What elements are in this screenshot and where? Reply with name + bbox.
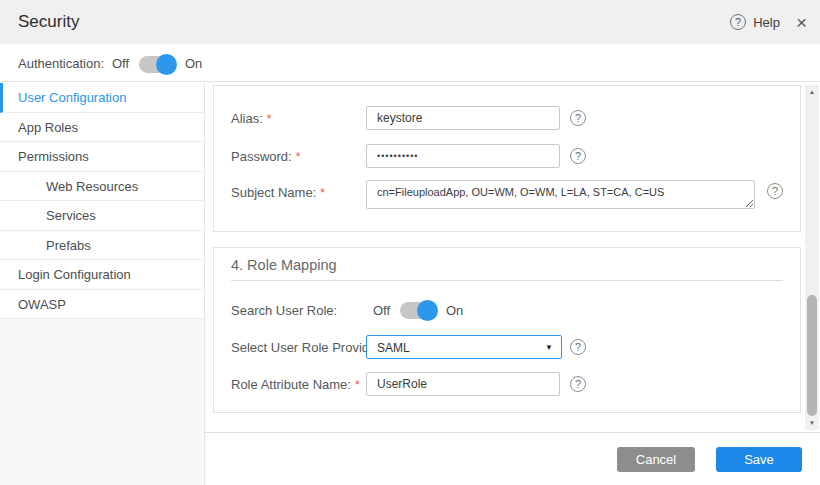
section-divider — [231, 280, 783, 281]
role-attribute-help-icon[interactable]: ? — [570, 376, 586, 392]
toggle-knob — [417, 300, 438, 321]
sidebar-item-prefabs[interactable]: Prefabs — [0, 231, 204, 261]
alias-help-icon[interactable]: ? — [570, 110, 586, 126]
cancel-button[interactable]: Cancel — [617, 447, 695, 472]
header-actions: ? Help × — [730, 0, 807, 44]
role-attribute-input[interactable] — [366, 372, 560, 396]
search-role-off-label: Off — [373, 303, 390, 318]
chevron-down-icon: ▼ — [545, 343, 553, 352]
sidebar-item-services[interactable]: Services — [0, 201, 204, 231]
subject-name-help-icon[interactable]: ? — [767, 183, 783, 199]
scrollbar-thumb[interactable] — [807, 295, 817, 416]
subject-name-label: Subject Name:* — [231, 185, 325, 200]
scroll-up-icon[interactable]: ▲ — [805, 89, 819, 95]
password-input[interactable] — [366, 144, 560, 168]
authentication-on-label: On — [185, 56, 202, 71]
toggle-knob — [156, 54, 177, 75]
sidebar-item-app-roles[interactable]: App Roles — [0, 113, 204, 143]
role-provider-label: Select User Role Provider: — [231, 340, 384, 355]
search-user-role-label: Search User Role: — [231, 303, 337, 318]
required-mark: * — [320, 186, 325, 200]
authentication-row: Authentication: Off On — [0, 44, 820, 82]
role-attribute-label: Role Attribute Name:* — [231, 377, 360, 392]
sidebar-item-permissions[interactable]: Permissions — [0, 142, 204, 172]
sidebar-item-login-configuration[interactable]: Login Configuration — [0, 260, 204, 290]
help-icon[interactable]: ? — [730, 14, 746, 30]
scrollbar[interactable]: ▲ ▼ — [805, 85, 819, 430]
role-provider-select[interactable]: SAML ▼ — [366, 335, 562, 359]
role-provider-help-icon[interactable]: ? — [570, 339, 586, 355]
page-title: Security — [18, 12, 79, 32]
close-icon[interactable]: × — [796, 13, 807, 32]
footer-actions: Cancel Save — [617, 447, 802, 472]
password-label: Password:* — [231, 149, 300, 164]
main-content: Alias:* ? Password:* ? Subject Name:* cn… — [205, 82, 820, 485]
required-mark: * — [267, 112, 272, 126]
help-link[interactable]: Help — [753, 15, 780, 30]
sidebar-item-owasp[interactable]: OWASP — [0, 290, 204, 320]
role-mapping-title: 4. Role Mapping — [231, 257, 337, 273]
authentication-toggle[interactable] — [139, 55, 176, 74]
title-bar: Security ? Help × — [0, 0, 820, 44]
sidebar-item-user-configuration[interactable]: User Configuration — [0, 83, 204, 113]
search-user-role-toggle[interactable] — [400, 301, 437, 320]
alias-label: Alias:* — [231, 111, 271, 126]
footer-divider — [205, 432, 820, 433]
search-role-on-label: On — [446, 303, 463, 318]
keystore-panel: Alias:* ? Password:* ? Subject Name:* cn… — [213, 85, 801, 232]
alias-input[interactable] — [366, 106, 560, 130]
required-mark: * — [355, 378, 360, 392]
save-button[interactable]: Save — [716, 447, 802, 472]
scroll-down-icon[interactable]: ▼ — [805, 420, 819, 426]
subject-name-textarea[interactable]: cn=FileuploadApp, OU=WM, O=WM, L=LA, ST=… — [366, 180, 755, 209]
sidebar: User Configuration App Roles Permissions… — [0, 83, 205, 485]
authentication-off-label: Off — [112, 56, 129, 71]
password-help-icon[interactable]: ? — [570, 148, 586, 164]
authentication-label: Authentication: — [18, 56, 104, 71]
role-mapping-panel: 4. Role Mapping Search User Role: Off On… — [213, 247, 801, 413]
role-provider-value: SAML — [377, 341, 410, 355]
required-mark: * — [296, 150, 301, 164]
sidebar-item-web-resources[interactable]: Web Resources — [0, 172, 204, 202]
